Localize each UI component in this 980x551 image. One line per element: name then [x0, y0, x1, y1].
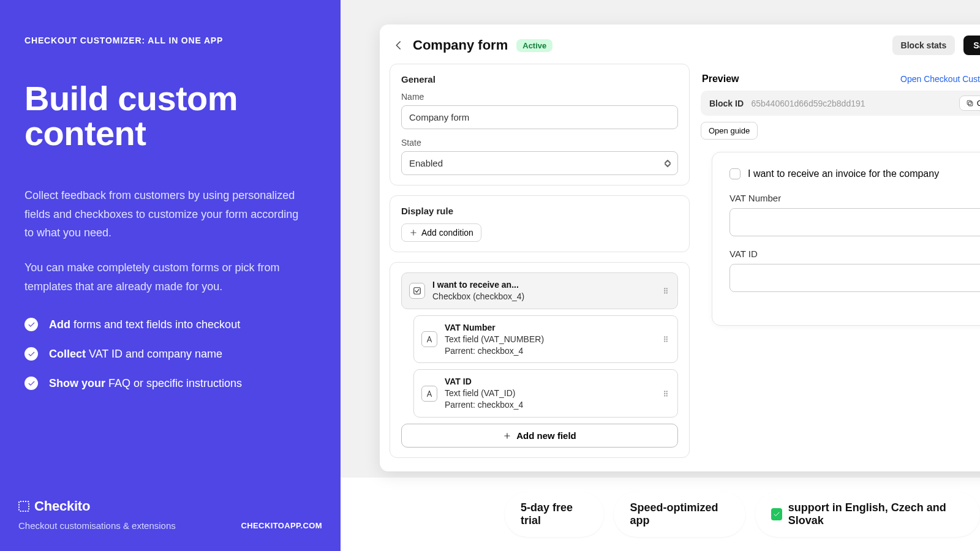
- svg-point-12: [664, 339, 665, 340]
- field-row-vat-number[interactable]: VAT Number Text field (VAT_NUMBER) Parre…: [413, 315, 678, 364]
- svg-rect-2: [414, 288, 421, 294]
- svg-rect-26: [967, 100, 971, 105]
- app-header: Company form Active Block stats Save: [380, 24, 980, 64]
- add-condition-label: Add condition: [421, 228, 473, 238]
- preview-label-vat-number: VAT Number: [729, 193, 980, 203]
- svg-point-5: [664, 290, 665, 291]
- field-sub: Text field (VAT_NUMBER): [445, 334, 654, 345]
- display-rule-card: Display rule Add condition: [390, 195, 690, 252]
- svg-point-6: [666, 290, 668, 291]
- footer-brand-block: Checkito Checkout customisations & exten…: [0, 498, 341, 531]
- field-sub: Checkbox (checkbox_4): [432, 291, 654, 302]
- preview-checkbox-row[interactable]: I want to receive an invoice for the com…: [729, 168, 980, 179]
- hero-line-1: Build custom: [24, 79, 238, 118]
- brand-logo: Checkito: [18, 498, 341, 514]
- bullet-strong: Add: [49, 318, 70, 331]
- hero-line-2: content: [24, 114, 146, 152]
- state-select[interactable]: [401, 151, 678, 175]
- svg-point-21: [664, 395, 665, 396]
- svg-point-4: [666, 288, 668, 289]
- svg-point-8: [666, 292, 668, 293]
- preview-column: Preview Open Checkout Customizer Block I…: [701, 64, 980, 458]
- field-title: VAT ID: [445, 376, 654, 388]
- brand-url: CHECKITOAPP.COM: [241, 521, 323, 530]
- drag-handle-icon[interactable]: [662, 287, 670, 295]
- copy-button[interactable]: Copy: [959, 96, 980, 111]
- svg-point-19: [664, 393, 665, 394]
- block-id-label: Block ID: [709, 99, 744, 108]
- save-button[interactable]: Save: [963, 36, 980, 55]
- bullet-strong: Show your: [49, 377, 105, 389]
- svg-point-20: [666, 393, 668, 394]
- field-sub: Text field (VAT_ID): [445, 388, 654, 399]
- status-badge: Active: [516, 39, 552, 52]
- pill-support: support in English, Czech and Slovak: [755, 492, 980, 537]
- bullet-text: forms and text fields into checkout: [70, 318, 240, 331]
- open-checkout-customizer-link[interactable]: Open Checkout Customizer: [900, 74, 980, 84]
- hero-title: Build custom content: [24, 81, 316, 151]
- add-field-button[interactable]: Add new field: [401, 424, 678, 448]
- add-condition-button[interactable]: Add condition: [401, 223, 481, 242]
- bullet-show: Show your FAQ or specific instructions: [24, 377, 316, 390]
- svg-point-17: [664, 391, 665, 392]
- checkbox-icon: [409, 283, 425, 299]
- pill-support-text: support in English, Czech and Slovak: [788, 501, 964, 527]
- check-circle-icon: [24, 347, 38, 361]
- svg-point-11: [666, 336, 668, 337]
- field-title: I want to receive an...: [432, 279, 654, 291]
- field-parent: Parrent: checkbox_4: [445, 345, 654, 357]
- section-title-display-rule: Display rule: [401, 206, 678, 216]
- logo-icon: [18, 501, 29, 512]
- bullet-text: FAQ or specific instructions: [105, 377, 242, 389]
- svg-point-15: [666, 340, 668, 342]
- footer-bar: Checkito Checkout customisations & exten…: [0, 478, 980, 551]
- block-stats-button[interactable]: Block stats: [892, 36, 956, 55]
- check-circle-icon: [24, 377, 38, 390]
- preview-label-vat-id: VAT ID: [729, 249, 980, 259]
- name-label: Name: [401, 92, 678, 102]
- open-guide-button[interactable]: Open guide: [701, 122, 758, 140]
- bullet-strong: Collect: [49, 348, 86, 360]
- pill-trial: 5-day free trial: [505, 492, 604, 537]
- svg-point-10: [664, 336, 665, 337]
- field-row-vat-id[interactable]: VAT ID Text field (VAT_ID) Parrent: chec…: [413, 369, 678, 418]
- copy-label: Copy: [977, 99, 980, 108]
- check-circle-icon: [24, 318, 38, 331]
- back-arrow-icon[interactable]: [393, 40, 404, 51]
- chevron-updown-icon: [665, 160, 671, 167]
- section-title-general: General: [401, 74, 678, 84]
- bullet-text: VAT ID and company name: [86, 348, 222, 360]
- svg-point-22: [666, 395, 668, 396]
- svg-point-13: [666, 339, 668, 340]
- preview-checkbox-label: I want to receive an invoice for the com…: [748, 168, 939, 179]
- svg-point-18: [666, 391, 668, 392]
- check-square-icon: [771, 508, 782, 520]
- eyebrow: CHECKOUT CUSTOMIZER: ALL IN ONE APP: [24, 36, 316, 45]
- page-title: Company form: [413, 37, 508, 53]
- footer-pills: 5-day free trial Speed-optimized app sup…: [341, 492, 980, 537]
- brand-name: Checkito: [34, 498, 90, 514]
- preview-title: Preview: [702, 73, 739, 84]
- svg-point-14: [664, 340, 665, 342]
- feature-bullets: Add forms and text fields into checkout …: [24, 318, 316, 390]
- field-row-checkbox[interactable]: I want to receive an... Checkbox (checkb…: [401, 272, 678, 309]
- drag-handle-icon[interactable]: [662, 389, 670, 398]
- bullet-add: Add forms and text fields into checkout: [24, 318, 316, 331]
- marketing-panel: CHECKOUT CUSTOMIZER: ALL IN ONE APP Buil…: [0, 0, 341, 478]
- fields-card: I want to receive an... Checkbox (checkb…: [390, 262, 690, 458]
- app-window: Company form Active Block stats Save Gen…: [380, 24, 980, 471]
- bullet-collect: Collect VAT ID and company name: [24, 347, 316, 361]
- name-input[interactable]: [401, 105, 678, 129]
- intro-paragraph-1: Collect feedback from customers by using…: [24, 186, 306, 242]
- preview-input-vat-number[interactable]: [729, 208, 980, 236]
- checkbox-icon[interactable]: [729, 168, 741, 179]
- field-title: VAT Number: [445, 322, 654, 334]
- block-id-bar: Block ID 65b440601d66d59c2b8dd191 Copy: [701, 91, 980, 116]
- text-field-icon: [421, 386, 437, 402]
- preview-form: I want to receive an invoice for the com…: [712, 152, 980, 326]
- field-parent: Parrent: checkbox_4: [445, 399, 654, 411]
- drag-handle-icon[interactable]: [662, 335, 670, 343]
- block-id-value: 65b440601d66d59c2b8dd191: [751, 99, 865, 108]
- preview-input-vat-id[interactable]: [729, 264, 980, 292]
- add-field-label: Add new field: [516, 430, 576, 441]
